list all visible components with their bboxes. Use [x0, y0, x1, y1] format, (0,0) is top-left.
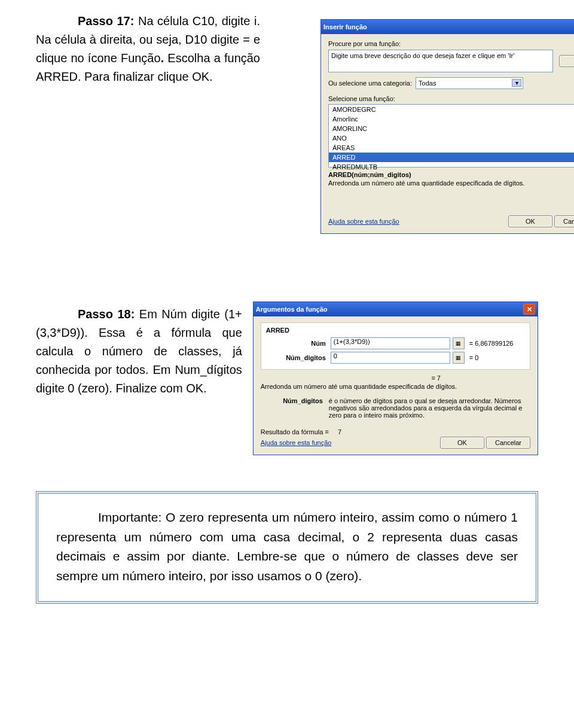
- function-description: Arredonda um número até uma quantidade e…: [261, 383, 530, 390]
- cancel-button[interactable]: Cancelar: [486, 437, 530, 449]
- ok-button[interactable]: OK: [508, 215, 552, 227]
- list-item[interactable]: ARREDMULTB: [329, 162, 574, 172]
- paragraph-step18: Passo 18: Em Núm digite (1+(3,3*D9)). Es…: [36, 305, 242, 398]
- function-arguments-dialog: Argumentos da função ✕ ARRED Núm (1+(3,3…: [253, 301, 538, 455]
- step18-text: Em Núm digite (1+(3,3*D9)). Essa é a fór…: [36, 307, 242, 395]
- step17-label: Passo 17:: [78, 14, 134, 28]
- ok-button[interactable]: OK: [440, 437, 484, 449]
- insert-function-dialog: Inserir função ? ✕ Procure por uma funçã…: [320, 19, 574, 234]
- list-item-selected[interactable]: ARRED: [329, 153, 574, 162]
- important-note-box: Importante: O zero representa um número …: [36, 491, 538, 604]
- arg-digits-result: = 0: [469, 354, 479, 361]
- arg-digits-label: Núm_digitos: [266, 354, 331, 361]
- arg-digits-input[interactable]: 0: [331, 352, 450, 364]
- category-label: Ou selecione uma categoria:: [328, 80, 412, 87]
- list-item[interactable]: Amorlinc: [329, 114, 574, 124]
- search-input[interactable]: Digite uma breve descrição do que deseja…: [328, 50, 553, 72]
- preview-result: = 7: [261, 374, 530, 382]
- arg-help-text: é o número de dígitos para o qual se des…: [329, 397, 530, 419]
- range-select-icon[interactable]: ▦: [453, 352, 465, 364]
- function-description: Arredonda um número até uma quantidade e…: [328, 179, 574, 187]
- cancel-button[interactable]: Cancelar: [554, 215, 574, 227]
- arg-help-name: Núm_digitos: [261, 397, 323, 419]
- select-function-label: Selecione uma função:: [328, 95, 574, 102]
- search-label: Procure por uma função:: [328, 40, 574, 47]
- range-select-icon[interactable]: ▦: [453, 337, 465, 349]
- help-link[interactable]: Ajuda sobre esta função: [328, 218, 399, 225]
- category-select[interactable]: Todas: [416, 77, 523, 89]
- arg-num-label: Núm: [266, 340, 331, 347]
- note-text: Importante: O zero representa um número …: [56, 508, 518, 586]
- current-function: ARRED: [266, 327, 525, 334]
- function-listbox[interactable]: AMORDEGRC Amorlinc AMORLINC ANO ÁREAS AR…: [328, 104, 574, 167]
- result-value: 7: [338, 428, 341, 435]
- list-item[interactable]: AMORDEGRC: [329, 105, 574, 114]
- go-button[interactable]: Ir: [559, 55, 574, 67]
- dialog-titlebar[interactable]: Argumentos da função ✕: [254, 302, 538, 316]
- paragraph-step17: Passo 17: Na célula C10, digite i. Na cé…: [36, 12, 260, 86]
- dialog-title: Inserir função: [323, 23, 367, 31]
- list-item[interactable]: AMORLINC: [329, 124, 574, 133]
- function-signature: ARRED(núm;núm_digitos): [328, 171, 574, 178]
- close-icon[interactable]: ✕: [523, 304, 535, 315]
- list-item[interactable]: ANO: [329, 133, 574, 143]
- dialog-titlebar[interactable]: Inserir função ? ✕: [321, 20, 574, 34]
- list-item[interactable]: ÁREAS: [329, 143, 574, 153]
- result-label: Resultado da fórmula =: [261, 428, 329, 435]
- help-link[interactable]: Ajuda sobre esta função: [261, 439, 332, 446]
- arg-num-input[interactable]: (1+(3,3*D9)): [331, 337, 450, 349]
- arg-num-result: = 6,867899126: [469, 340, 514, 347]
- step18-label: Passo 18:: [78, 307, 135, 321]
- dialog-title: Argumentos da função: [256, 306, 328, 313]
